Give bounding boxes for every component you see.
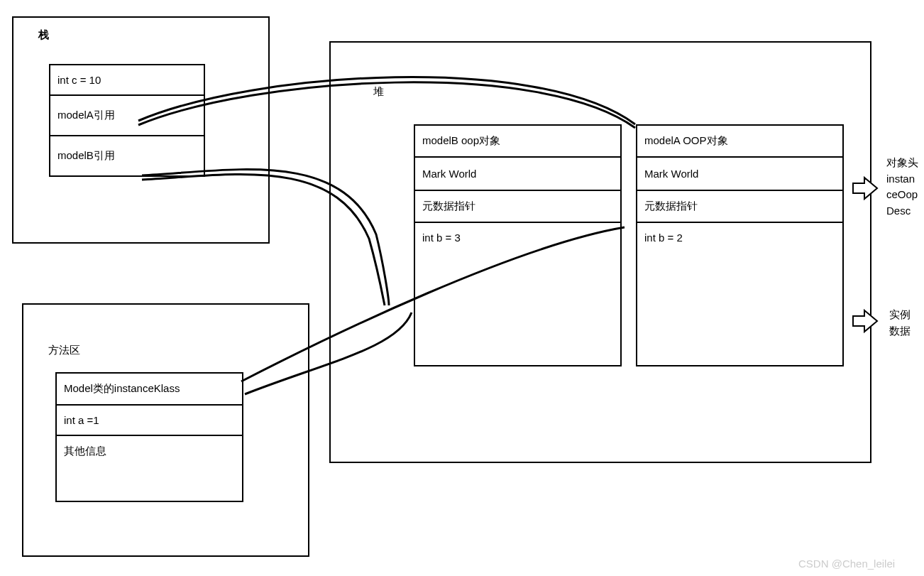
method-area-cell-0: Model类的instanceKlass [57,374,242,406]
method-area-cell-2: 其他信息 [57,436,242,501]
object-b-title: modelB oop对象 [415,126,620,158]
stack-title: 栈 [38,28,49,42]
object-a-cell-0: Mark World [637,158,842,191]
object-b-cell-1: 元数据指针 [415,191,620,223]
stack-cell-2: modelB引用 [50,136,204,175]
heap-object-b: modelB oop对象 Mark World 元数据指针 int b = 3 [414,124,622,366]
annotation-header: 对象头instanceOopDesc [886,155,918,219]
method-area-inner: Model类的instanceKlass int a =1 其他信息 [55,372,243,502]
object-b-cell-0: Mark World [415,158,620,191]
annotation-instance-data: 实例数据 [889,307,911,339]
stack-inner: int c = 10 modelA引用 modelB引用 [49,64,205,177]
heap-region: 堆 modelB oop对象 Mark World 元数据指针 int b = … [329,41,871,463]
heap-title: 堆 [373,85,384,99]
object-b-cell-2: int b = 3 [415,223,620,365]
object-a-cell-2: int b = 2 [637,223,842,365]
arrow-icon-header [852,176,880,201]
watermark: CSDN @Chen_leilei [798,558,895,570]
method-area-title: 方法区 [48,344,80,357]
object-a-cell-1: 元数据指针 [637,191,842,223]
method-area-region: 方法区 Model类的instanceKlass int a =1 其他信息 [22,303,309,557]
stack-cell-1: modelA引用 [50,96,204,136]
arrow-icon-instance [852,309,880,334]
heap-object-a: modelA OOP对象 Mark World 元数据指针 int b = 2 [636,124,844,366]
stack-cell-0: int c = 10 [50,65,204,96]
object-a-title: modelA OOP对象 [637,126,842,158]
method-area-cell-1: int a =1 [57,406,242,436]
stack-region: 栈 int c = 10 modelA引用 modelB引用 [12,16,270,244]
